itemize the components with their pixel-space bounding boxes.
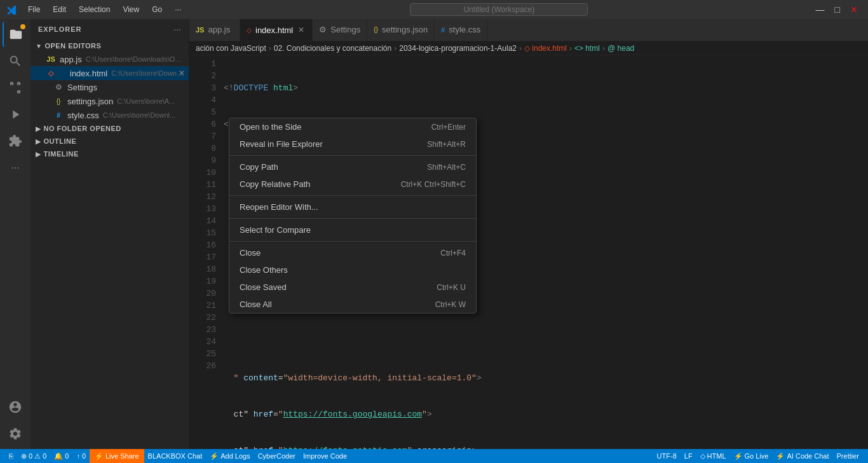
timeline-section[interactable]: ▶ TIMELINE bbox=[31, 148, 189, 160]
add-logs-label: BLACKBOX Chat bbox=[148, 452, 203, 460]
tab-style-css[interactable]: # style.css bbox=[435, 19, 487, 41]
open-editor-index-html[interactable]: ✕ ◇ index.html C:\Users\borre\Downloads\… bbox=[31, 66, 189, 80]
status-cybercoder[interactable]: ⚡ Add Logs bbox=[206, 449, 254, 463]
minimize-button[interactable]: — bbox=[812, 3, 829, 16]
context-menu-copy-rel-path[interactable]: Copy Relative Path Ctrl+K Ctrl+Shift+C bbox=[229, 176, 476, 193]
maximize-button[interactable]: □ bbox=[831, 3, 844, 16]
status-notifications[interactable]: 🔔 0 bbox=[50, 449, 72, 463]
status-ai-code-chat[interactable]: ⚡ AI Code Chat bbox=[772, 449, 832, 463]
outline-label: OUTLINE bbox=[44, 137, 77, 145]
breadcrumb-part-5[interactable]: <> html bbox=[574, 44, 600, 53]
breadcrumb-part-6[interactable]: @ head bbox=[607, 44, 634, 53]
context-label-close-all: Close All bbox=[240, 300, 272, 309]
error-count: 0 bbox=[29, 452, 32, 460]
tab-icon-index-html: ◇ bbox=[247, 27, 252, 34]
timeline-arrow: ▶ bbox=[36, 151, 41, 158]
breadcrumb-part-4[interactable]: ◇ index.html bbox=[524, 44, 567, 53]
status-line-endings[interactable]: LF bbox=[681, 449, 696, 463]
file-name-index-html: index.html bbox=[70, 69, 107, 78]
editor-area: JS app.js ◇ index.html ✕ ⚙ Settings {} s… bbox=[189, 19, 868, 449]
tab-app-js[interactable]: JS app.js bbox=[189, 19, 240, 41]
sidebar: EXPLORER ··· ▼ OPEN EDITORS JS app.js C:… bbox=[31, 19, 189, 449]
line-endings-label: LF bbox=[684, 452, 693, 460]
tab-icon-app-js: JS bbox=[196, 26, 204, 34]
no-folder-label: NO FOLDER OPENED bbox=[44, 125, 121, 132]
breadcrumb-part-3[interactable]: 2034-logica-programacion-1-Aula2 bbox=[399, 44, 517, 53]
close-button[interactable]: ✕ bbox=[846, 3, 862, 16]
tab-settings[interactable]: ⚙ Settings bbox=[313, 19, 367, 41]
status-go-live[interactable]: ⚡ Go Live bbox=[730, 449, 773, 463]
open-editor-app-js[interactable]: JS app.js C:\Users\borre\Downloads\Oracl… bbox=[31, 52, 189, 66]
menu-selection[interactable]: Selection bbox=[74, 4, 115, 15]
context-shortcut-close: Ctrl+F4 bbox=[440, 249, 466, 258]
open-editors-section[interactable]: ▼ OPEN EDITORS bbox=[31, 39, 189, 52]
open-editors-label: OPEN EDITORS bbox=[44, 42, 101, 50]
file-name-settings-json: settings.json bbox=[67, 97, 113, 106]
activity-more[interactable]: ··· bbox=[3, 155, 28, 181]
context-label-close-saved: Close Saved bbox=[240, 282, 287, 292]
status-language-mode[interactable]: ◇ HTML bbox=[696, 449, 730, 463]
context-label-compare: Select for Compare bbox=[240, 225, 311, 235]
menu-edit[interactable]: Edit bbox=[48, 4, 71, 15]
context-menu-open-side[interactable]: Open to the Side Ctrl+Enter bbox=[229, 118, 476, 135]
menu-file[interactable]: File bbox=[23, 4, 45, 15]
status-source-control[interactable]: ⎘ bbox=[5, 449, 17, 463]
status-add-logs[interactable]: BLACKBOX Chat bbox=[144, 449, 207, 463]
cybercoder-label: Add Logs bbox=[220, 452, 250, 460]
context-label-close-others: Close Others bbox=[240, 265, 288, 275]
html-icon: ◇ bbox=[46, 68, 56, 78]
status-improve-code[interactable]: CyberCoder bbox=[254, 449, 299, 463]
code-line-9: " content="width=device-width, initial-s… bbox=[221, 372, 868, 384]
breadcrumb-part-2[interactable]: 02. Condicionales y concatenación bbox=[274, 44, 391, 53]
code-line-8 bbox=[221, 336, 868, 348]
explorer-badge bbox=[20, 24, 25, 29]
search-input[interactable] bbox=[410, 3, 588, 16]
breadcrumb-part-1[interactable]: ación con JavaScript bbox=[196, 44, 266, 53]
status-live-share[interactable]: ↑ 0 bbox=[72, 449, 90, 463]
language-icon: ◇ bbox=[700, 452, 705, 460]
activity-accounts[interactable] bbox=[3, 394, 28, 420]
no-folder-section[interactable]: ▶ NO FOLDER OPENED bbox=[31, 122, 189, 135]
menu-view[interactable]: View bbox=[118, 4, 144, 15]
status-prettier[interactable]: Prettier bbox=[833, 449, 863, 463]
activity-explorer[interactable] bbox=[3, 22, 28, 47]
activity-settings[interactable] bbox=[3, 421, 28, 446]
menu-go[interactable]: Go bbox=[147, 4, 167, 15]
file-name-app-js: app.js bbox=[60, 55, 82, 64]
context-menu-reveal[interactable]: Reveal in File Explorer Shift+Alt+R bbox=[229, 135, 476, 153]
blackbox-icon: ⚡ bbox=[95, 452, 104, 460]
context-menu-close-others[interactable]: Close Others bbox=[229, 261, 476, 279]
context-menu-close-saved[interactable]: Close Saved Ctrl+K U bbox=[229, 279, 476, 296]
context-menu-compare[interactable]: Select for Compare bbox=[229, 221, 476, 238]
sidebar-title: EXPLORER bbox=[38, 25, 82, 33]
menu-more[interactable]: ··· bbox=[170, 4, 186, 15]
prettier-label: Prettier bbox=[837, 452, 859, 460]
open-editor-settings-json[interactable]: {} settings.json C:\Users\borre\A... bbox=[31, 94, 189, 108]
breadcrumb-sep-2: › bbox=[394, 44, 397, 53]
context-menu-close[interactable]: Close Ctrl+F4 bbox=[229, 244, 476, 261]
activity-extensions[interactable] bbox=[3, 128, 28, 154]
live-share-label: 0 bbox=[82, 452, 86, 460]
status-encoding[interactable]: UTF-8 bbox=[653, 449, 681, 463]
status-errors[interactable]: ⊗ 0 ⚠ 0 bbox=[17, 449, 50, 463]
activity-source-control[interactable] bbox=[3, 75, 28, 100]
main-container: ··· EXPLORER ··· ▼ OPEN EDITORS JS app.j… bbox=[0, 19, 868, 449]
context-menu-close-all[interactable]: Close All Ctrl+K W bbox=[229, 296, 476, 313]
activity-search[interactable] bbox=[3, 48, 28, 74]
open-editor-settings[interactable]: ⚙ Settings bbox=[31, 80, 189, 94]
close-index-html-button[interactable]: ✕ bbox=[179, 69, 185, 78]
tab-label-index-html: index.html bbox=[255, 25, 293, 35]
outline-section[interactable]: ▶ OUTLINE bbox=[31, 135, 189, 148]
sidebar-more-button[interactable]: ··· bbox=[173, 24, 181, 34]
context-separator-3 bbox=[229, 218, 476, 219]
tab-index-html[interactable]: ◇ index.html ✕ bbox=[240, 19, 313, 41]
context-menu-reopen[interactable]: Reopen Editor With... bbox=[229, 198, 476, 216]
tab-close-index-html[interactable]: ✕ bbox=[297, 25, 306, 34]
open-editor-style-css[interactable]: # style.css C:\Users\borre\Downl... bbox=[31, 108, 189, 122]
activity-run[interactable] bbox=[3, 102, 28, 127]
context-menu-copy-path[interactable]: Copy Path Shift+Alt+C bbox=[229, 158, 476, 176]
tab-settings-json[interactable]: {} settings.json bbox=[367, 19, 435, 41]
status-share-code[interactable]: Improve Code bbox=[299, 449, 351, 463]
status-blackbox[interactable]: ⚡ Live Share bbox=[90, 449, 144, 463]
tab-icon-style-css: # bbox=[441, 26, 445, 34]
